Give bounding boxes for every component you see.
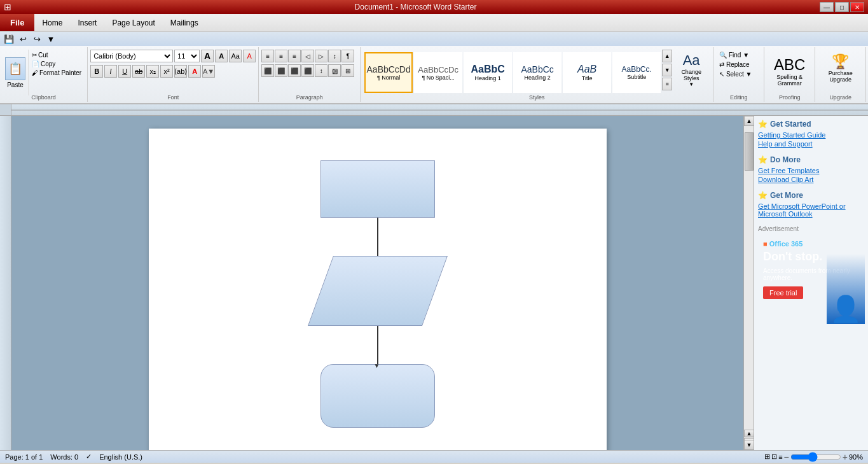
font-case-button[interactable]: Aa <box>229 50 242 62</box>
clear-formatting-button[interactable]: A <box>243 50 256 62</box>
scroll-up-button[interactable]: ▲ <box>744 116 754 126</box>
scroll-nav-buttons: ▲ ▼ <box>744 430 754 440</box>
superscript-button[interactable]: x² <box>160 65 173 78</box>
subscript-button[interactable]: x₂ <box>146 65 159 78</box>
horizontal-ruler <box>0 104 868 116</box>
format-painter-button[interactable]: 🖌 Format Painter <box>30 69 83 77</box>
menu-mailings[interactable]: Mailings <box>163 14 206 31</box>
status-bar: Page: 1 of 1 Words: 0 ✓ English (U.S.) ⊞… <box>0 450 868 463</box>
style-title[interactable]: AaB Title <box>563 52 611 93</box>
zoom-slider[interactable] <box>790 452 841 462</box>
styles-scroll-down[interactable]: ▼ <box>662 64 672 76</box>
undo-button[interactable]: ↩ <box>17 33 29 45</box>
find-button[interactable]: 🔍 Find ▼ <box>717 51 751 59</box>
view-draft-icon[interactable]: ≡ <box>778 453 782 461</box>
upgrade-group-content: 🏆 Purchase Upgrade <box>818 48 863 101</box>
get-started-section: ⭐ Get Started Getting Started Guide Help… <box>758 120 864 148</box>
align-right-button[interactable]: ⬛ <box>288 64 301 77</box>
style-heading1[interactable]: AaBbC Heading 1 <box>464 52 512 93</box>
underline-button[interactable]: U <box>118 65 131 78</box>
increase-indent-button[interactable]: ▷ <box>315 50 327 62</box>
change-styles-arrow: ▼ <box>689 81 694 87</box>
justify-button[interactable]: ⬛ <box>301 64 314 77</box>
bullets-button[interactable]: ≡ <box>261 50 274 62</box>
view-full-icon[interactable]: ⊡ <box>771 453 777 461</box>
font-shrink-button[interactable]: A <box>215 50 228 62</box>
view-layout-icon[interactable]: ⊞ <box>764 453 770 461</box>
font-size-select[interactable]: 11 <box>174 50 200 62</box>
select-button[interactable]: ↖ Select ▼ <box>717 70 754 78</box>
strikethrough-button[interactable]: ab <box>132 65 145 78</box>
file-tab[interactable]: File <box>0 14 34 31</box>
spell-check-icon[interactable]: ✓ <box>86 453 92 461</box>
zoom-in-button[interactable]: + <box>843 452 848 462</box>
upgrade-group: 🏆 Purchase Upgrade Upgrade <box>815 47 866 102</box>
ad-box: ■ Office 365 Don't stop. Access document… <box>758 235 865 324</box>
title-bar-title: Document1 - Microsoft Word Starter <box>11 3 820 11</box>
style-normal[interactable]: AaBbCcDd ¶ Normal <box>364 52 413 93</box>
highlight-button[interactable]: ⟨ab⟩ <box>174 65 187 78</box>
italic-button[interactable]: I <box>104 65 117 78</box>
style-heading2[interactable]: AaBbCc Heading 2 <box>513 52 561 93</box>
menu-insert[interactable]: Insert <box>70 14 104 31</box>
free-templates-link[interactable]: Get Free Templates <box>758 167 864 174</box>
styles-expand[interactable]: ≡ <box>662 78 672 90</box>
bold-button[interactable]: B <box>90 65 103 78</box>
styles-scroll-up[interactable]: ▲ <box>662 50 672 62</box>
powerpoint-outlook-link[interactable]: Get Microsoft PowerPoint or Microsoft Ou… <box>758 202 864 218</box>
menu-home[interactable]: Home <box>34 14 70 31</box>
font-name-select[interactable]: Calibri (Body) <box>90 50 173 62</box>
ribbon-content: 📋 Paste ✂ Cut 📄 Copy 🖌 Format Painter Cl… <box>0 46 868 103</box>
purchase-upgrade-button[interactable]: 🏆 Purchase Upgrade <box>825 51 857 85</box>
paste-button[interactable]: 📋 Paste <box>3 50 29 95</box>
style-no-spacing[interactable]: AaBbCcDc ¶ No Spaci... <box>414 52 462 93</box>
do-more-title: Do More <box>770 155 801 164</box>
show-formatting-button[interactable]: ¶ <box>341 50 354 62</box>
redo-button[interactable]: ↪ <box>31 33 43 45</box>
menu-page-layout[interactable]: Page Layout <box>104 14 162 31</box>
borders-button[interactable]: ⊞ <box>341 64 354 77</box>
font-color-button[interactable]: A <box>188 65 201 78</box>
maximize-button[interactable]: □ <box>835 2 849 12</box>
document-container[interactable] <box>11 116 743 450</box>
ad-free-trial-button[interactable]: Free trial <box>763 286 803 299</box>
font-shading-button[interactable]: A▼ <box>202 65 215 78</box>
zoom-out-button[interactable]: − <box>784 452 789 462</box>
shading-button[interactable]: ▨ <box>328 64 341 77</box>
scroll-thumb[interactable] <box>745 132 754 171</box>
multilevel-button[interactable]: ≡ <box>288 50 301 62</box>
page-info: Page: 1 of 1 <box>5 453 43 461</box>
sort-button[interactable]: ↕ <box>328 50 341 62</box>
spelling-button[interactable]: ABC Spelling &Grammar <box>770 53 809 89</box>
purchase-label: Purchase <box>829 70 853 76</box>
do-more-icon: ⭐ <box>758 155 768 164</box>
clip-art-link[interactable]: Download Clip Art <box>758 176 864 183</box>
close-button[interactable]: ✕ <box>850 2 864 12</box>
scroll-down-button[interactable]: ▼ <box>744 440 754 450</box>
flowchart-diamond[interactable] <box>307 256 447 326</box>
help-support-link[interactable]: Help and Support <box>758 140 864 148</box>
numbering-button[interactable]: ≡ <box>275 50 287 62</box>
align-center-button[interactable]: ⬛ <box>275 64 287 77</box>
styles-group-content: AaBbCcDd ¶ Normal AaBbCcDc ¶ No Spaci...… <box>363 48 710 101</box>
align-left-button[interactable]: ⬛ <box>261 64 274 77</box>
prev-page-button[interactable]: ▲ <box>744 430 754 437</box>
change-styles-button[interactable]: Aa Change Styles ▼ <box>672 50 710 90</box>
replace-button[interactable]: ⇄ Replace <box>717 60 751 69</box>
font-group-content: Calibri (Body) 11 A A Aa A B I U ab x₂ <box>90 48 256 101</box>
cut-button[interactable]: ✂ Cut <box>30 51 83 59</box>
decrease-indent-button[interactable]: ◁ <box>301 50 314 62</box>
line-spacing-button[interactable]: ↕ <box>315 64 327 77</box>
flowchart-rounded-rect[interactable] <box>320 364 435 428</box>
font-grow-button[interactable]: A <box>201 50 214 62</box>
style-subtitle[interactable]: AaBbCc. Subtitle <box>612 52 661 93</box>
quick-access-dropdown[interactable]: ▼ <box>45 33 57 45</box>
clipboard-group: 📋 Paste ✂ Cut 📄 Copy 🖌 Format Painter Cl… <box>0 47 88 102</box>
flowchart-rectangle[interactable] <box>320 160 435 218</box>
scroll-track[interactable] <box>744 126 754 430</box>
getting-started-guide-link[interactable]: Getting Started Guide <box>758 131 864 139</box>
copy-button[interactable]: 📄 Copy <box>30 60 83 68</box>
save-button[interactable]: 💾 <box>3 33 15 45</box>
minimize-button[interactable]: — <box>820 2 834 12</box>
clipboard-group-content: 📋 Paste ✂ Cut 📄 Copy 🖌 Format Painter <box>3 48 85 101</box>
